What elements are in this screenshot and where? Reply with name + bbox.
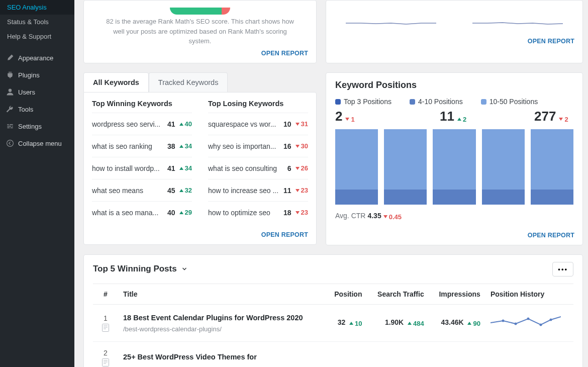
- sidebar-item-tools[interactable]: Tools: [0, 101, 74, 118]
- tab-all-keywords[interactable]: All Keywords: [83, 72, 149, 92]
- sidebar-sub-status-tools[interactable]: Status & Tools: [0, 15, 74, 29]
- stat-value-1: [335, 8, 447, 15]
- keywords-panel: All Keywords Tracked Keywords Top Winnin…: [83, 72, 317, 245]
- keyword-delta: 26: [296, 164, 308, 172]
- keyword-name: why seo is importan...: [208, 142, 283, 150]
- seo-score-donut: [170, 8, 230, 15]
- keyword-delta: 23: [296, 209, 308, 216]
- sidebar-item-appearance[interactable]: Appearance: [0, 49, 74, 66]
- legend-dot-icon: [481, 99, 486, 105]
- open-report-stats[interactable]: OPEN REPORT: [528, 38, 574, 45]
- kp-legend: Top 3 Positions 4-10 Positions 10-50 Pos…: [335, 98, 573, 106]
- open-report-keywords[interactable]: OPEN REPORT: [261, 231, 308, 238]
- up-icon: [179, 189, 183, 192]
- sidebar-separator: [0, 46, 74, 47]
- kp-bar: [335, 129, 378, 205]
- legend-dot-icon: [335, 99, 341, 105]
- keyword-value: 45: [167, 187, 175, 195]
- keyword-name: wordpress seo servi...: [92, 120, 167, 128]
- kp-bar: [433, 129, 475, 205]
- sidebar-sub-help-support[interactable]: Help & Support: [0, 29, 74, 44]
- keyword-value: 41: [167, 120, 175, 128]
- keyword-value: 6: [287, 164, 291, 172]
- keyword-value: 11: [283, 187, 291, 195]
- sidebar-collapse-menu[interactable]: Collapse menu: [0, 135, 74, 152]
- tab-tracked-keywords[interactable]: Tracked Keywords: [149, 72, 228, 92]
- top-posts-heading[interactable]: Top 5 Winning Posts: [93, 264, 188, 274]
- keyword-row[interactable]: how to optimize seo 18 23: [208, 201, 308, 223]
- svg-point-0: [9, 89, 12, 92]
- post-index: 2: [93, 341, 118, 367]
- seo-score-caption: 82 is the average Rank Math's SEO score.…: [93, 17, 307, 46]
- winning-header: Top Winning Keywords: [92, 100, 192, 108]
- post-row[interactable]: 2 25+ Best WordPress Video Themes for: [93, 341, 573, 367]
- post-impressions: [429, 341, 485, 367]
- svg-point-1: [7, 140, 14, 147]
- top-losing-keywords: Top Losing Keywords squarespace vs wor..…: [200, 100, 316, 223]
- up-icon: [349, 322, 353, 325]
- sidebar-sub-seo-analysis[interactable]: SEO Analysis: [0, 0, 74, 15]
- open-report-positions[interactable]: OPEN REPORT: [528, 232, 574, 239]
- sidebar-item-users[interactable]: Users: [0, 83, 74, 101]
- stat-block-2: [462, 8, 573, 28]
- up-icon: [467, 322, 471, 325]
- kp-bar: [384, 129, 427, 205]
- keyword-row[interactable]: squarespace vs wor... 10 31: [208, 113, 308, 135]
- svg-point-10: [549, 318, 552, 321]
- stat-value-2: [462, 8, 573, 15]
- keyword-delta: 32: [179, 187, 192, 194]
- keyword-value: 40: [167, 209, 175, 217]
- top-posts-table: # Title Position Search Traffic Impressi…: [93, 284, 573, 368]
- sidebar-item-plugins[interactable]: Plugins: [0, 66, 74, 83]
- keyword-row[interactable]: what is a seo mana... 40 29: [92, 201, 192, 223]
- keyword-row[interactable]: what is seo consulting 6 26: [208, 157, 308, 179]
- up-icon: [457, 118, 461, 121]
- svg-point-9: [539, 323, 542, 326]
- up-icon: [179, 145, 183, 148]
- down-icon: [559, 118, 563, 121]
- keywords-tabs: All Keywords Tracked Keywords: [83, 72, 317, 92]
- sparkline-icon: [491, 312, 561, 333]
- col-title: Title: [118, 284, 326, 304]
- main-content: 82 is the average Rank Math's SEO score.…: [74, 0, 588, 367]
- kp-stat-4-10: 112: [440, 109, 479, 124]
- top-winning-keywords: Top Winning Keywords wordpress seo servi…: [84, 100, 200, 223]
- keyword-row[interactable]: how to install wordp... 41 34: [92, 157, 192, 179]
- keyword-name: what is seo consulting: [208, 164, 287, 172]
- keyword-row[interactable]: how to increase seo ... 11 23: [208, 179, 308, 201]
- legend-10-50: 10-50 Positions: [481, 98, 538, 106]
- keyword-value: 16: [283, 142, 291, 150]
- stat-block-1: [335, 8, 447, 28]
- post-index: 1: [93, 304, 118, 341]
- keyword-name: what is seo ranking: [92, 142, 167, 150]
- col-impressions: Impressions: [429, 284, 485, 304]
- sparkline-1: [335, 19, 447, 28]
- keyword-row[interactable]: wordpress seo servi... 41 40: [92, 113, 192, 135]
- document-icon: [102, 358, 109, 366]
- sparkline-2: [462, 19, 573, 28]
- user-icon: [5, 87, 15, 97]
- brush-icon: [5, 53, 15, 63]
- keyword-positions-card: Keyword Positions Top 3 Positions 4-10 P…: [326, 72, 583, 245]
- open-report-seo-score[interactable]: OPEN REPORT: [261, 50, 308, 57]
- post-impressions: 43.46K 90: [429, 304, 485, 341]
- keyword-delta: 31: [296, 120, 308, 128]
- sidebar-item-settings[interactable]: Settings: [0, 118, 74, 135]
- keyword-value: 38: [167, 142, 175, 150]
- keyword-row[interactable]: what is seo ranking 38 34: [92, 135, 192, 157]
- keyword-row[interactable]: why seo is importan... 16 30: [208, 135, 308, 157]
- down-icon: [296, 123, 300, 126]
- keyword-positions-title: Keyword Positions: [335, 80, 573, 90]
- post-traffic: 1.90K 484: [367, 304, 429, 341]
- keyword-delta: 34: [179, 142, 192, 150]
- keyword-name: how to install wordp...: [92, 164, 167, 172]
- kp-stat-top3: 21: [335, 109, 374, 124]
- chevron-down-icon: [181, 265, 188, 272]
- keyword-row[interactable]: what seo means 45 32: [92, 179, 192, 201]
- svg-point-7: [514, 322, 517, 325]
- down-icon: [296, 189, 300, 192]
- post-row[interactable]: 1 18 Best Event Calendar Plugins for Wor…: [93, 304, 573, 341]
- more-options-button[interactable]: •••: [552, 262, 573, 277]
- kp-footer: Avg. CTR4.350.45: [335, 212, 573, 221]
- col-traffic: Search Traffic: [367, 284, 429, 304]
